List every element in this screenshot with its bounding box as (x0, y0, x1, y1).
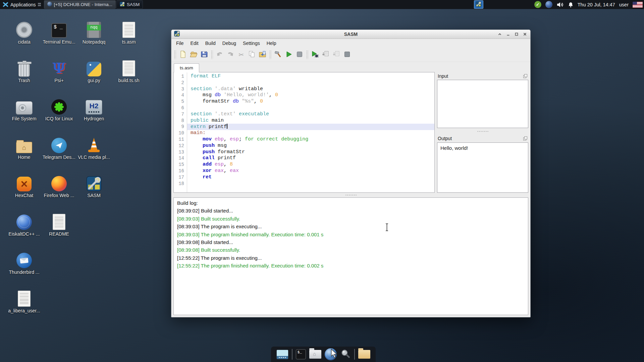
desktop-icon-hydrogen[interactable]: H2 Hydrogen (76, 95, 111, 121)
desktop-icon-telegram-des-[interactable]: Telegram Des... (42, 134, 76, 160)
menu-build[interactable]: Build (202, 40, 219, 47)
tab-ts-asm[interactable]: ts.asm (174, 63, 199, 72)
undock-output-icon[interactable] (523, 136, 528, 141)
stop-debug-button[interactable] (342, 50, 352, 60)
dock-web-browser-button[interactable] (325, 348, 337, 360)
debug-button[interactable] (310, 50, 320, 60)
minimize-button[interactable] (505, 32, 511, 37)
text-caret (227, 124, 227, 129)
keyboard-layout-flag-icon[interactable] (633, 2, 643, 8)
run-button[interactable] (284, 50, 294, 60)
io-splitter[interactable] (437, 128, 528, 134)
menu-edit[interactable]: Edit (187, 40, 202, 47)
code-editor[interactable]: 123456789101112131415161718 format ELFse… (173, 72, 435, 193)
menu-debug[interactable]: Debug (219, 40, 239, 47)
undo-button[interactable] (215, 50, 225, 60)
dock-terminal-button[interactable]: $_ (296, 349, 306, 359)
dock-home-folder-button[interactable]: ⌂ (309, 350, 321, 359)
redo-button[interactable] (225, 50, 235, 60)
toolbar-drag-handle[interactable] (306, 50, 308, 59)
sasm-tray-icon[interactable] (474, 0, 483, 9)
desktop-icon-eiskaltdc-[interactable]: EiskaltDC++ ... (7, 210, 42, 237)
step-over-button[interactable] (331, 50, 341, 60)
desktop-icon-psi-[interactable]: Ψ Psi+ (42, 57, 76, 83)
stop-button[interactable] (294, 50, 305, 60)
toolbar-drag-handle[interactable] (211, 50, 213, 59)
desktop-icon-file-system[interactable]: File System (7, 95, 42, 121)
menu-settings[interactable]: Settings (239, 40, 263, 47)
taskbar-button--s-dchub-one-interna-[interactable]: [+S] DCHUB.ONE - Interna... (44, 0, 116, 9)
dock-separator (354, 349, 355, 360)
menu-file[interactable]: File (173, 40, 187, 47)
desktop-icon-vlc-media-pl-[interactable]: VLC media pl... (76, 134, 111, 160)
build-log-line: [08:39:03] The program finished normally… (177, 231, 525, 238)
desktop-icon-hexchat[interactable]: ✕ HexChat (7, 172, 42, 198)
toolbar-drag-handle[interactable] (269, 50, 271, 59)
desktop-icon-build-ts-sh[interactable]: build.ts.sh (111, 57, 146, 83)
volume-icon[interactable] (556, 2, 564, 8)
line-number: 3 (174, 86, 184, 93)
user-menu[interactable]: user (619, 2, 629, 7)
titlebar[interactable]: SASM (171, 30, 530, 39)
eiskalt-icon (7, 210, 42, 230)
desktop-icon-icq-for-linux[interactable]: ICQ for Linux (42, 95, 76, 121)
vlc-icon (76, 134, 111, 153)
code-line-9: extrn printf (187, 124, 434, 130)
log-splitter[interactable] (171, 193, 530, 197)
open-file-button[interactable] (189, 50, 199, 60)
taskbar-button-sasm[interactable]: SASM (116, 0, 143, 9)
applications-menu-button[interactable]: Applications (0, 0, 44, 9)
clock[interactable]: Thu 20 Jul, 14:47 (578, 2, 615, 7)
line-number: 17 (174, 174, 184, 181)
output-textarea[interactable]: Hello, world! (437, 142, 528, 193)
input-textarea[interactable] (437, 80, 528, 128)
desktop-icon-terminal-emu-[interactable]: $ _ Terminal Emu... (42, 18, 76, 45)
output-label: Output (438, 136, 452, 141)
line-number: 13 (174, 149, 184, 156)
dock-search-button[interactable] (340, 348, 351, 360)
update-check-icon[interactable]: ✓ (534, 1, 541, 8)
dock-show-desktop-button[interactable] (276, 350, 288, 359)
desktop-icon-gui-py[interactable]: gui.py (76, 57, 111, 83)
paste-button[interactable] (258, 50, 268, 60)
desktop-icon-readme[interactable]: README (42, 210, 76, 237)
code-line-18 (187, 181, 434, 187)
desktop-icon-sasm[interactable]: SASM (76, 172, 111, 198)
shade-button[interactable] (497, 32, 502, 37)
disc-icon (7, 18, 42, 38)
desktop-icon-thunderbird-[interactable]: Thunderbird ... (7, 249, 42, 275)
step-into-icon (322, 50, 330, 59)
desktop-icon-home[interactable]: ⌂ Home (7, 134, 42, 160)
tab-bar: ts.asm (173, 62, 435, 72)
undock-input-icon[interactable] (523, 74, 528, 78)
desktop-icon-notepadqq[interactable]: nqq Notepadqq (76, 18, 111, 45)
thunderbird-icon (7, 249, 42, 268)
desktop-icon-a-libera-user-[interactable]: a_libera_user... (7, 287, 42, 313)
editor-io-splitter[interactable] (435, 62, 437, 193)
save-file-button[interactable] (199, 50, 209, 60)
line-number: 4 (174, 92, 184, 99)
redo-icon (226, 50, 235, 59)
menu-help[interactable]: Help (263, 40, 280, 47)
code-line-10: main: (187, 130, 434, 136)
desktop-icon-firefox-web-[interactable]: Firefox Web ... (42, 172, 76, 198)
build-log-panel[interactable]: Build log: [08:39:02] Build started...[0… (173, 197, 528, 315)
code-line-2 (187, 80, 434, 86)
desktop-icon-trash[interactable]: Trash (7, 57, 42, 83)
new-file-button[interactable] (178, 50, 188, 60)
build-button[interactable] (273, 50, 283, 60)
desktop-icon-cidata[interactable]: cidata (7, 18, 42, 45)
close-button[interactable] (522, 32, 528, 37)
maximize-button[interactable] (514, 32, 519, 37)
cut-button[interactable]: ✂ (236, 50, 246, 60)
sasm-icon (120, 2, 125, 8)
step-into-button[interactable] (321, 50, 331, 60)
textfile-icon (111, 18, 146, 38)
dock-file-manager-button[interactable] (358, 350, 370, 359)
desktop-icon-ts-asm[interactable]: ts.asm (111, 18, 146, 45)
copy-button[interactable] (247, 50, 257, 60)
notification-bell-icon[interactable] (568, 2, 574, 8)
network-globe-icon[interactable] (545, 1, 552, 8)
toolbar-drag-handle[interactable] (174, 50, 176, 59)
code-area[interactable]: format ELFsection '.data' writable msg d… (187, 72, 434, 192)
